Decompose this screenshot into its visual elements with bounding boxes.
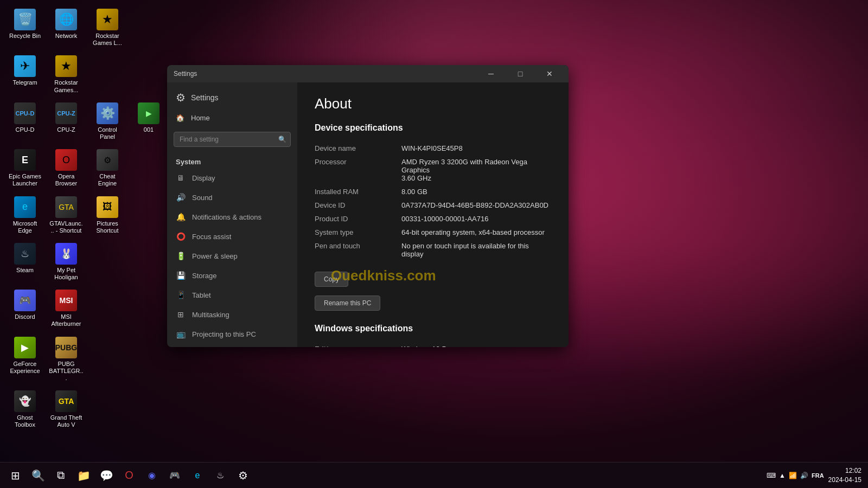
geforce-label: GeForce Experience	[8, 361, 42, 375]
device-specs-title: Device specifications	[315, 123, 551, 133]
recycle-bin-icon[interactable]: 🗑️ Recycle Bin	[5, 5, 44, 50]
cortana-button[interactable]: 💬	[95, 465, 117, 486]
notifications-icon: 🔔	[176, 213, 186, 221]
rockstar2-icon[interactable]: ★ Rockstar Games...	[47, 52, 86, 97]
spec-label-ram: Installed RAM	[315, 185, 401, 198]
sidebar-item-multitasking[interactable]: ⊞ Multitasking	[167, 305, 297, 324]
spec-row-device-id: Device ID 0A737A7D-94D4-46B5-B892-DDA2A3…	[315, 198, 551, 212]
ghost-icon[interactable]: 👻 Ghost Toolbox	[5, 387, 44, 432]
sidebar-item-notifications[interactable]: 🔔 Notifications & actions	[167, 207, 297, 227]
sidebar-item-display[interactable]: 🖥 Display	[167, 168, 297, 188]
spec-row-product-id: Product ID 00331-10000-00001-AA716	[315, 212, 551, 226]
cpuz-img: CPU-Z	[55, 102, 77, 124]
taskbar-clock[interactable]: 12:02 2024-04-15	[828, 466, 861, 485]
msi-icon[interactable]: MSI MSI Afterburner	[47, 286, 86, 331]
msedge-img: e	[14, 196, 36, 218]
home-button[interactable]: 🏠 Home	[167, 108, 297, 127]
mypet-label: My Pet Hooligan	[49, 267, 84, 281]
settings-title-text: Settings	[174, 70, 474, 78]
geforce-icon[interactable]: ▶ GeForce Experience	[5, 333, 44, 386]
cheat-engine-icon[interactable]: ⚙ Cheat Engine	[88, 146, 127, 190]
epic-img: E	[14, 149, 36, 171]
cpud-icon[interactable]: CPU-D CPU-D	[5, 99, 44, 144]
search-icon: 🔍	[278, 136, 286, 143]
browser-taskbar-button[interactable]: O	[118, 465, 140, 486]
epic-icon[interactable]: E Epic Games Launcher	[5, 146, 44, 190]
chevron-up-icon[interactable]: ▲	[779, 472, 786, 479]
about-title: About	[315, 95, 551, 112]
home-icon: 🏠	[176, 114, 184, 122]
geforce-img: ▶	[14, 337, 36, 358]
rename-pc-button[interactable]: Rename this PC	[315, 296, 380, 311]
storage-icon: 💾	[176, 271, 186, 280]
pictures-img: 🖼	[97, 196, 118, 218]
edge-taskbar-button[interactable]: e	[187, 465, 208, 486]
copy-button[interactable]: Copy	[315, 272, 348, 287]
search-input[interactable]	[174, 132, 291, 147]
focus-icon: ⭕	[176, 232, 186, 241]
sidebar-item-sound[interactable]: 🔊 Sound	[167, 188, 297, 207]
minimize-button[interactable]: ─	[478, 65, 503, 82]
cpuz-label: CPU-Z	[57, 126, 75, 133]
taskbar-right: ⌨ ▲ 📶 🔊 FRA 12:02 2024-04-15	[760, 466, 868, 485]
close-button[interactable]: ✕	[537, 65, 562, 82]
rockstar1-icon[interactable]: ★ Rockstar Games L...	[88, 5, 127, 50]
ghost-img: 👻	[14, 390, 36, 412]
spec-label-device-name: Device name	[315, 142, 401, 155]
projecting-label: Projecting to this PC	[192, 330, 256, 338]
pictures-icon[interactable]: 🖼 Pictures Shortcut	[88, 193, 127, 237]
clock-date: 2024-04-15	[828, 476, 861, 485]
telegram-img: ✈	[14, 55, 36, 77]
sidebar-item-power[interactable]: 🔋 Power & sleep	[167, 246, 297, 266]
sound-label: Sound	[192, 194, 213, 202]
sidebar-item-focus[interactable]: ⭕ Focus assist	[167, 227, 297, 246]
focus-label: Focus assist	[192, 233, 231, 241]
pubg-icon[interactable]: PUBG PUBG BATTLEGR...	[47, 333, 86, 386]
spec-row-device-name: Device name WIN-K4PI0SE45P8	[315, 142, 551, 155]
multitasking-label: Multitasking	[192, 311, 229, 319]
msi-img: MSI	[55, 290, 77, 311]
start-button[interactable]: ⊞	[4, 465, 26, 486]
spec-row-processor: Processor AMD Ryzen 3 3200G with Radeon …	[315, 155, 551, 185]
spec-value-device-name: WIN-K4PI0SE45P8	[401, 142, 551, 155]
volume-icon[interactable]: 🔊	[800, 472, 808, 479]
msedge-icon[interactable]: e Microsoft Edge	[5, 193, 44, 237]
search-taskbar-button[interactable]: 🔍	[27, 465, 49, 486]
spec-row-edition: Edition Windows 10 Pro	[315, 342, 551, 347]
spec-row-ram: Installed RAM 8.00 GB	[315, 185, 551, 198]
gta5-icon[interactable]: GTA Grand Theft Auto V	[47, 387, 86, 432]
icon-001[interactable]: ▶ 001	[129, 99, 168, 144]
network-icon[interactable]: 🌐 Network	[47, 5, 86, 50]
icon-row-5: e Microsoft Edge GTA GTAVLaunc... - Shor…	[5, 193, 168, 237]
tablet-label: Tablet	[192, 291, 211, 299]
cpuz-icon[interactable]: CPU-Z CPU-Z	[47, 99, 86, 144]
spec-label-system-type: System type	[315, 226, 401, 239]
sidebar-item-projecting[interactable]: 📺 Projecting to this PC	[167, 324, 297, 344]
epic-taskbar-button[interactable]: 🎮	[164, 465, 186, 486]
tablet-icon: 📱	[176, 291, 186, 299]
maximize-button[interactable]: □	[508, 65, 533, 82]
language-indicator[interactable]: FRA	[812, 472, 824, 479]
mypet-icon[interactable]: 🐰 My Pet Hooligan	[47, 240, 86, 284]
gta-launch-icon[interactable]: GTA GTAVLaunc... - Shortcut	[47, 193, 86, 237]
cheat-engine-img: ⚙	[97, 149, 118, 171]
sidebar-item-tablet[interactable]: 📱 Tablet	[167, 285, 297, 305]
steam-taskbar-button[interactable]: ♨	[209, 465, 231, 486]
pictures-label: Pictures Shortcut	[90, 220, 125, 234]
desktop: 🗑️ Recycle Bin 🌐 Network ★ Rockstar Game…	[0, 0, 868, 488]
settings-taskbar-button[interactable]: ⚙	[232, 465, 254, 486]
sidebar-item-storage[interactable]: 💾 Storage	[167, 266, 297, 285]
settings-titlebar: Settings ─ □ ✕	[167, 65, 569, 82]
control-panel-icon[interactable]: ⚙️ Control Panel	[88, 99, 127, 144]
opera-icon[interactable]: O Opera Browser	[47, 146, 86, 190]
steam-icon[interactable]: ♨ Steam	[5, 240, 44, 284]
spec-value-edition: Windows 10 Pro	[401, 342, 551, 347]
sidebar-header: ⚙ Settings	[167, 82, 297, 108]
file-explorer-button[interactable]: 📁	[73, 465, 94, 486]
icon-row-9: 👻 Ghost Toolbox GTA Grand Theft Auto V	[5, 387, 168, 432]
task-view-button[interactable]: ⧉	[50, 465, 72, 486]
sidebar-item-shared[interactable]: 🔗 Shared experiences	[167, 344, 297, 347]
telegram-icon[interactable]: ✈ Telegram	[5, 52, 44, 97]
discord-taskbar-button[interactable]: ◉	[141, 465, 163, 486]
discord-icon[interactable]: 🎮 Discord	[5, 286, 44, 331]
